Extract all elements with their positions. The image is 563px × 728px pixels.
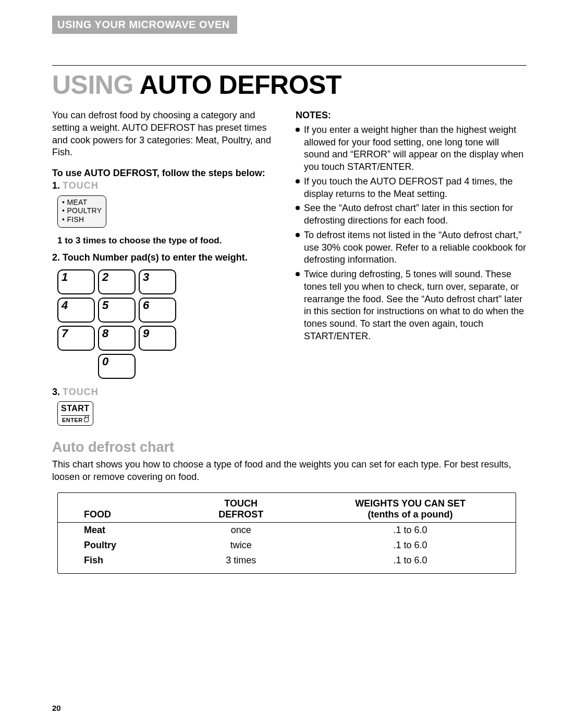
note-item: If you touch the AUTO DEFROST pad 4 time… <box>296 176 527 201</box>
table-row: Meat once .1 to 6.0 <box>58 522 516 538</box>
title-part-1: USING <box>52 70 133 100</box>
cell-food: Poultry <box>58 538 177 553</box>
notes-list: If you enter a weight higher than the hi… <box>296 124 527 343</box>
keypad-3[interactable]: 3 <box>139 269 176 294</box>
th-weights-line2: (tenths of a pound) <box>368 509 453 520</box>
step-3-number: 3. <box>52 387 60 397</box>
enter-label: ENTER <box>61 416 90 424</box>
defrost-option-poultry: POULTRY <box>62 206 102 215</box>
auto-defrost-chart: FOOD TOUCH DEFROST WEIGHTS YOU CAN SET (… <box>57 492 516 574</box>
enter-text: ENTER <box>62 416 83 424</box>
keypad-5[interactable]: 5 <box>98 298 136 323</box>
keypad-6[interactable]: 6 <box>139 298 176 323</box>
keypad-9[interactable]: 9 <box>139 326 176 351</box>
th-touch-defrost: TOUCH DEFROST <box>177 493 305 523</box>
keypad-8[interactable]: 8 <box>98 326 136 351</box>
step-1-line: 1. TOUCH <box>52 180 283 192</box>
page-title: USING AUTO DEFROST <box>52 70 527 100</box>
keypad-1[interactable]: 1 <box>57 269 95 294</box>
right-column: NOTES: If you enter a weight higher than… <box>296 109 527 426</box>
table-row: Poultry twice .1 to 6.0 <box>58 538 516 553</box>
cell-weight: .1 to 6.0 <box>305 538 516 553</box>
step-2-text: Touch Number pad(s) to enter the weight. <box>63 252 248 263</box>
step-1-sub-instruction: 1 to 3 times to choose the type of food. <box>57 235 283 246</box>
th-weights: WEIGHTS YOU CAN SET (tenths of a pound) <box>305 493 516 523</box>
cell-food: Fish <box>58 553 177 568</box>
th-food: FOOD <box>58 493 177 523</box>
left-column: You can defrost food by choosing a categ… <box>52 109 283 426</box>
cell-weight: .1 to 6.0 <box>305 553 516 568</box>
step-1-number: 1. <box>52 180 60 191</box>
cell-weight: .1 to 6.0 <box>305 522 516 538</box>
cell-touch: twice <box>177 538 305 553</box>
keypad-7[interactable]: 7 <box>57 326 95 351</box>
keypad-4[interactable]: 4 <box>57 298 95 323</box>
number-keypad: 1 2 3 4 5 6 7 8 9 0 <box>57 269 283 379</box>
th-touch: TOUCH <box>224 498 258 509</box>
lock-icon <box>84 417 89 422</box>
table-row: Fish 3 times .1 to 6.0 <box>58 553 516 568</box>
start-label: START <box>61 403 90 415</box>
keypad-2[interactable]: 2 <box>98 269 136 294</box>
defrost-table: FOOD TOUCH DEFROST WEIGHTS YOU CAN SET (… <box>58 493 516 568</box>
note-item: If you enter a weight higher than the hi… <box>296 124 527 174</box>
step-3-touch: TOUCH <box>63 387 99 397</box>
auto-defrost-pad[interactable]: MEAT POULTRY FISH <box>57 195 106 228</box>
cell-food: Meat <box>58 522 177 538</box>
th-weights-line1: WEIGHTS YOU CAN SET <box>355 498 466 509</box>
cell-touch: once <box>177 522 305 538</box>
defrost-option-meat: MEAT <box>62 198 102 207</box>
cell-touch: 3 times <box>177 553 305 568</box>
note-item: To defrost items not listed in the “Auto… <box>296 229 527 266</box>
th-defrost: DEFROST <box>218 509 263 520</box>
notes-heading: NOTES: <box>296 109 527 122</box>
note-item: Twice during defrosting, 5 tones will so… <box>296 268 527 343</box>
note-item: See the “Auto defrost chart” later in th… <box>296 202 527 227</box>
keypad-0[interactable]: 0 <box>98 354 136 379</box>
section-header: USING YOUR MICROWAVE OVEN <box>52 16 237 34</box>
step-2-line: 2. Touch Number pad(s) to enter the weig… <box>52 252 283 264</box>
steps-heading: To use AUTO DEFROST, follow the steps be… <box>52 167 283 180</box>
intro-paragraph: You can defrost food by choosing a categ… <box>52 109 283 159</box>
horizontal-rule <box>52 65 527 66</box>
step-2-number: 2. <box>52 252 60 263</box>
start-enter-pad[interactable]: START ENTER <box>57 401 93 426</box>
defrost-option-fish: FISH <box>62 215 102 224</box>
step-3-line: 3. TOUCH <box>52 386 283 399</box>
step-1-touch: TOUCH <box>63 180 99 191</box>
two-column-body: You can defrost food by choosing a categ… <box>52 109 527 426</box>
chart-title: Auto defrost chart <box>52 439 527 455</box>
page-number: 20 <box>52 704 61 712</box>
title-part-2: AUTO DEFROST <box>139 70 341 100</box>
chart-intro: This chart shows you how to choose a typ… <box>52 459 527 483</box>
